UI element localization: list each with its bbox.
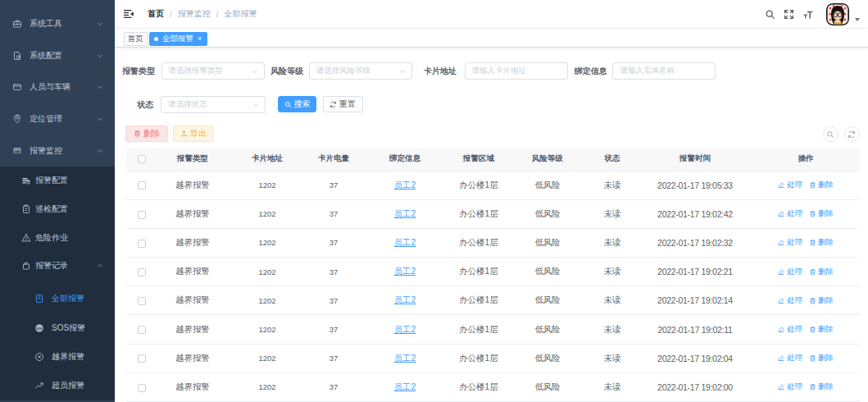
svg-text:SOS: SOS [36,327,43,330]
